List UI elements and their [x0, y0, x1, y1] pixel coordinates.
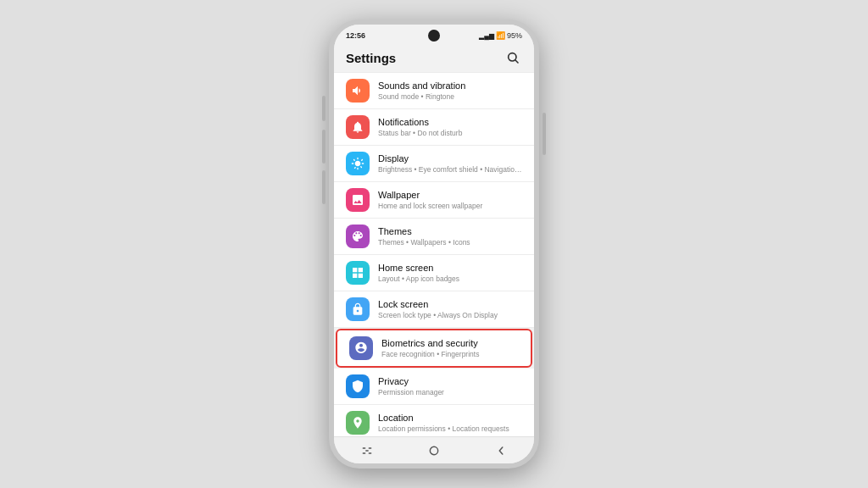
wifi-icon: 📶 — [496, 31, 505, 40]
privacy-subtitle: Permission manager — [378, 388, 522, 397]
wallpaper-text: WallpaperHome and lock screen wallpaper — [378, 189, 522, 210]
signal-icon: ▂▄▆ — [479, 32, 494, 40]
status-time: 12:56 — [346, 31, 365, 40]
notifications-title: Notifications — [378, 116, 522, 128]
sounds-subtitle: Sound mode • Ringtone — [378, 92, 522, 102]
lock-screen-text: Lock screenScreen lock type • Always On … — [378, 298, 522, 319]
menu-nav-button[interactable] — [352, 441, 382, 461]
volume-down-button — [322, 130, 326, 164]
home-screen-subtitle: Layout • App icon badges — [378, 274, 522, 284]
display-icon — [346, 152, 370, 175]
settings-item-privacy[interactable]: PrivacyPermission manager — [334, 369, 534, 405]
search-button[interactable] — [504, 48, 522, 67]
settings-list: Sounds and vibrationSound mode • Rington… — [334, 72, 534, 436]
themes-subtitle: Themes • Wallpapers • Icons — [378, 238, 522, 247]
location-text: LocationLocation permissions • Location … — [378, 412, 522, 433]
settings-item-lock-screen[interactable]: Lock screenScreen lock type • Always On … — [334, 291, 534, 328]
phone-frame: 12:56 ▂▄▆ 📶 95% Settings Sounds and vibr… — [329, 19, 539, 469]
notifications-text: NotificationsStatus bar • Do not disturb — [378, 116, 522, 137]
settings-item-themes[interactable]: ThemesThemes • Wallpapers • Icons — [334, 219, 534, 255]
location-title: Location — [378, 412, 522, 424]
camera-notch — [428, 30, 440, 42]
settings-item-wallpaper[interactable]: WallpaperHome and lock screen wallpaper — [334, 182, 534, 219]
settings-header: Settings — [334, 43, 534, 72]
display-text: DisplayBrightness • Eye comfort shield •… — [378, 152, 522, 174]
back-nav-button[interactable] — [486, 441, 516, 461]
power-button — [542, 113, 546, 155]
home-screen-text: Home screenLayout • App icon badges — [378, 262, 522, 283]
display-subtitle: Brightness • Eye comfort shield • Naviga… — [378, 165, 522, 175]
themes-title: Themes — [378, 225, 522, 237]
notifications-icon — [346, 115, 370, 139]
privacy-text: PrivacyPermission manager — [378, 375, 522, 396]
bottom-navigation — [334, 436, 534, 463]
privacy-title: Privacy — [378, 375, 522, 387]
status-icons: ▂▄▆ 📶 95% — [479, 31, 522, 40]
wallpaper-icon — [346, 188, 370, 212]
phone-screen: 12:56 ▂▄▆ 📶 95% Settings Sounds and vibr… — [334, 25, 534, 463]
wallpaper-subtitle: Home and lock screen wallpaper — [378, 202, 522, 211]
display-title: Display — [378, 152, 522, 164]
settings-item-notifications[interactable]: NotificationsStatus bar • Do not disturb — [334, 109, 534, 146]
location-subtitle: Location permissions • Location requests — [378, 424, 522, 434]
biometrics-text: Biometrics and securityFace recognition … — [381, 337, 519, 358]
settings-item-display[interactable]: DisplayBrightness • Eye comfort shield •… — [334, 146, 534, 182]
page-title: Settings — [346, 51, 396, 65]
sounds-text: Sounds and vibrationSound mode • Rington… — [378, 80, 522, 101]
svg-line-1 — [515, 60, 518, 63]
lock-screen-subtitle: Screen lock type • Always On Display — [378, 311, 522, 320]
settings-item-home-screen[interactable]: Home screenLayout • App icon badges — [334, 255, 534, 291]
settings-item-location[interactable]: LocationLocation permissions • Location … — [334, 405, 534, 436]
svg-point-7 — [430, 446, 437, 454]
settings-item-biometrics[interactable]: Biometrics and securityFace recognition … — [336, 329, 532, 368]
lock-screen-icon — [346, 297, 370, 321]
sounds-title: Sounds and vibration — [378, 80, 522, 92]
home-screen-icon — [346, 261, 370, 285]
volume-up-button — [322, 96, 326, 121]
lock-screen-title: Lock screen — [378, 298, 522, 310]
privacy-icon — [346, 374, 370, 398]
biometrics-title: Biometrics and security — [381, 337, 519, 349]
notifications-subtitle: Status bar • Do not disturb — [378, 129, 522, 138]
wallpaper-title: Wallpaper — [378, 189, 522, 201]
biometrics-subtitle: Face recognition • Fingerprints — [381, 350, 519, 359]
sounds-icon — [346, 79, 370, 103]
biometrics-icon — [349, 336, 373, 360]
battery-icon: 95% — [507, 31, 522, 40]
home-screen-title: Home screen — [378, 262, 522, 274]
home-nav-button[interactable] — [419, 441, 449, 461]
bixby-button — [322, 170, 326, 204]
themes-icon — [346, 225, 370, 248]
themes-text: ThemesThemes • Wallpapers • Icons — [378, 225, 522, 247]
settings-item-sounds[interactable]: Sounds and vibrationSound mode • Rington… — [334, 72, 534, 109]
location-icon — [346, 411, 370, 435]
